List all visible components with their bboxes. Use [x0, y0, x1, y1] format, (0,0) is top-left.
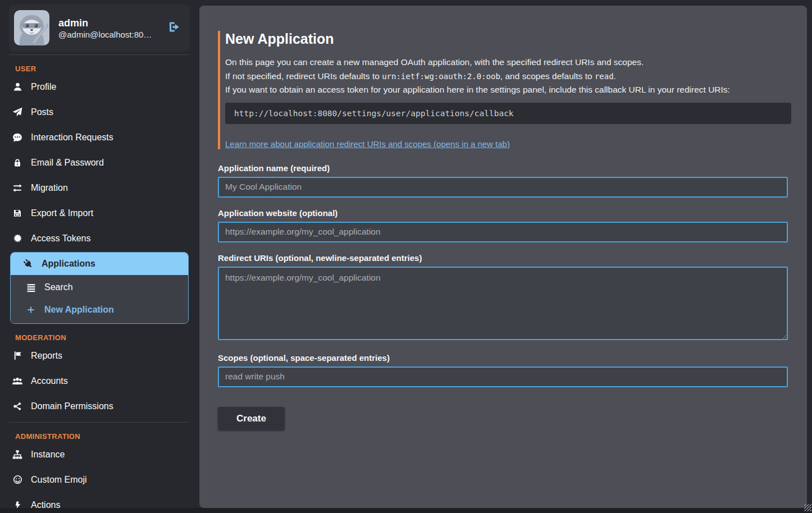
application-website-field-group: Application website (optional)	[218, 208, 787, 242]
user-info: admin @admin@localhost:80…	[58, 16, 166, 39]
floppy-save-icon	[11, 209, 24, 218]
logout-button[interactable]	[166, 21, 182, 35]
sidebar-item-export-import[interactable]: Export & Import	[0, 200, 190, 226]
section-header-moderation: MODERATION	[15, 333, 190, 342]
application-name-label: Application name (required)	[218, 163, 787, 173]
new-application-form: Application name (required) Application …	[218, 163, 787, 430]
sidebar-item-label: Export & Import	[31, 208, 93, 218]
applications-submenu: Search New Application	[11, 275, 188, 323]
sidebar-item-label: Posts	[31, 107, 53, 117]
sidebar-item-label: Profile	[31, 82, 56, 92]
user-card: admin @admin@localhost:80…	[9, 4, 190, 51]
redirect-uris-label: Redirect URIs (optional, newline-separat…	[218, 253, 787, 263]
sidebar-item-new-application[interactable]: New Application	[11, 299, 188, 321]
sidebar-item-label: Applications	[42, 259, 95, 269]
share-nodes-icon	[11, 402, 24, 411]
sitemap-icon	[11, 450, 24, 460]
application-website-label: Application website (optional)	[218, 208, 787, 218]
sidebar-item-reports[interactable]: Reports	[0, 343, 190, 368]
learn-more-link[interactable]: Learn more about application redirect UR…	[225, 139, 510, 149]
sidebar-item-label: Email & Password	[31, 158, 104, 168]
scopes-field-group: Scopes (optional, space-separated entrie…	[218, 353, 787, 387]
page-title: New Application	[225, 31, 787, 47]
applications-block: Applications Search	[10, 252, 189, 324]
plus-icon	[24, 305, 38, 314]
user-name: admin	[58, 16, 166, 30]
sidebar-item-instance[interactable]: Instance	[0, 442, 190, 467]
user-handle: @admin@localhost:80…	[58, 30, 165, 39]
inline-code-read: read	[595, 72, 614, 81]
sidebar-divider	[9, 54, 189, 55]
sidebar-item-actions[interactable]: Actions	[0, 492, 190, 508]
sidebar-item-label: Domain Permissions	[31, 401, 113, 411]
avatar	[14, 10, 49, 45]
certificate-icon	[11, 233, 24, 243]
sidebar-item-label: Instance	[31, 450, 65, 460]
intro-line-1: On this page you can create a new manage…	[225, 56, 787, 70]
comment-dots-icon	[11, 132, 24, 143]
scopes-label: Scopes (optional, space-separated entrie…	[218, 353, 787, 363]
callback-url-codeblock: http://localhost:8080/settings/user/appl…	[225, 103, 791, 124]
paper-plane-icon	[11, 107, 24, 117]
sign-out-icon	[167, 21, 181, 35]
intro-line-3: If you want to obtain an access token fo…	[225, 83, 787, 97]
application-website-input[interactable]	[218, 222, 788, 242]
redirect-uris-textarea[interactable]	[218, 267, 788, 340]
users-icon	[11, 376, 24, 386]
section-header-administration: ADMINISTRATION	[15, 432, 190, 441]
sidebar-item-profile[interactable]: Profile	[0, 74, 190, 99]
flag-icon	[11, 351, 24, 360]
user-icon	[11, 82, 24, 91]
sidebar-item-migration[interactable]: Migration	[0, 175, 190, 200]
app-root: admin @admin@localhost:80… USER	[0, 0, 812, 508]
sidebar-divider	[9, 422, 189, 423]
application-name-field-group: Application name (required)	[218, 163, 787, 198]
sidebar-item-custom-emoji[interactable]: Custom Emoji	[0, 467, 190, 492]
exchange-arrows-icon	[11, 183, 24, 193]
sidebar-item-label: Migration	[31, 183, 68, 193]
intro-line-2: If not specified, redirect URIs defaults…	[225, 70, 787, 84]
plug-icon	[21, 259, 35, 269]
section-header-user: USER	[15, 65, 190, 73]
sidebar: admin @admin@localhost:80… USER	[0, 0, 190, 508]
create-button[interactable]: Create	[218, 407, 285, 430]
sidebar-item-posts[interactable]: Posts	[0, 99, 190, 125]
sidebar-item-label: Access Tokens	[31, 233, 90, 244]
sidebar-item-accounts[interactable]: Accounts	[0, 368, 190, 393]
sidebar-item-applications[interactable]: Applications	[11, 253, 188, 275]
scopes-input[interactable]	[218, 367, 788, 387]
application-name-input[interactable]	[218, 177, 788, 198]
lock-icon	[11, 158, 24, 167]
inline-code-oob: urn:ietf:wg:oauth:2.0:oob	[382, 72, 500, 81]
sidebar-item-label: New Application	[44, 305, 114, 315]
sidebar-item-access-tokens[interactable]: Access Tokens	[0, 226, 190, 251]
list-icon	[24, 283, 38, 292]
sidebar-item-interaction-requests[interactable]: Interaction Requests	[0, 125, 190, 150]
intro-section: New Application On this page you can cre…	[218, 31, 787, 149]
sidebar-item-domain-permissions[interactable]: Domain Permissions	[0, 393, 190, 419]
smile-icon	[11, 475, 24, 484]
page-bottom-edge	[0, 508, 812, 513]
redirect-uris-field-group: Redirect URIs (optional, newline-separat…	[218, 253, 787, 342]
sidebar-item-label: Actions	[31, 500, 60, 509]
bolt-icon	[11, 501, 24, 509]
sidebar-item-label: Custom Emoji	[31, 475, 87, 485]
resize-grip[interactable]	[804, 504, 811, 511]
sloth-avatar-image	[14, 10, 49, 45]
sidebar-item-label: Interaction Requests	[31, 132, 113, 143]
sidebar-item-search[interactable]: Search	[11, 276, 188, 299]
main-panel: New Application On this page you can cre…	[199, 6, 807, 508]
sidebar-item-label: Reports	[31, 351, 62, 361]
sidebar-item-label: Accounts	[31, 376, 68, 386]
sidebar-item-label: Search	[44, 282, 73, 292]
sidebar-item-email-password[interactable]: Email & Password	[0, 150, 190, 175]
